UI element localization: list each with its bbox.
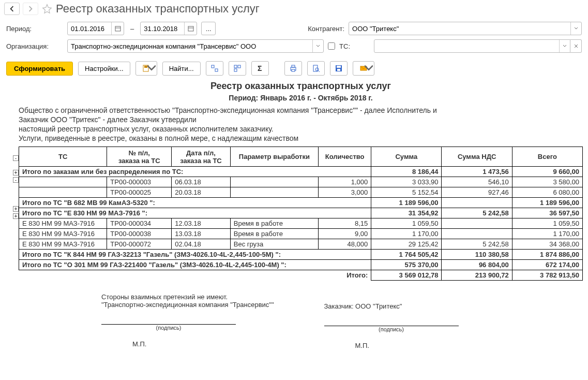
report-title: Реестр оказанных транспортных услуг [19, 81, 583, 92]
svg-rect-2 [188, 26, 193, 31]
kontragent-label: Контрагент: [308, 25, 344, 33]
th-ts: ТС [19, 147, 107, 167]
svg-rect-7 [215, 69, 218, 71]
print-button[interactable] [284, 61, 302, 76]
kontragent-select[interactable] [349, 22, 582, 35]
date-to[interactable] [140, 22, 197, 35]
org-input[interactable] [68, 42, 312, 50]
save-button[interactable] [330, 61, 348, 76]
table-row: ТР00-00000306.03.181,0003 033,90546,103 … [19, 177, 583, 187]
table-row: Итого по ТС "Е 830 НМ 99 МАЗ-7916 ":31 3… [19, 208, 583, 218]
table-row: Е 830 НМ 99 МАЗ-7916ТР00-00003813.03.18В… [19, 229, 583, 239]
ts-clear-button[interactable] [570, 39, 582, 53]
footer-customer: Заказчик: ООО "Тритекс" [324, 302, 583, 310]
report-para: Общество с ограниченной ответственностью… [19, 106, 583, 114]
svg-rect-13 [292, 65, 295, 67]
calendar-icon[interactable] [184, 22, 197, 35]
mp-label: М.П. [355, 342, 583, 349]
chevron-down-icon[interactable] [570, 22, 581, 35]
expand-groups-button[interactable] [206, 61, 223, 76]
dash: – [130, 25, 134, 33]
signature-line: (подпись) [324, 326, 459, 332]
kontragent-input[interactable] [349, 25, 570, 33]
tree-toggle[interactable]: + [13, 206, 19, 212]
ts-checkbox[interactable] [328, 42, 335, 50]
report-para: настоящий реестр транспортных услуг, ока… [19, 125, 583, 133]
svg-rect-19 [337, 66, 341, 68]
date-from-input[interactable] [68, 25, 111, 33]
report-para: Заказчик ООО "Тритекс" - далее Заказчик … [19, 115, 583, 124]
ts-label: ТС: [339, 42, 350, 50]
period-label: Период: [6, 25, 63, 33]
th-no: № п/л, заказа на ТС [107, 147, 172, 167]
page-title: Реестр оказанных транспортных услуг [56, 2, 260, 16]
tree-toggle[interactable]: - [13, 155, 19, 161]
tree-toggle[interactable]: - [13, 177, 19, 183]
svg-rect-6 [212, 65, 214, 68]
preview-button[interactable] [307, 61, 325, 76]
ts-select[interactable] [374, 39, 570, 53]
svg-rect-8 [234, 65, 237, 68]
grand-total-row: Итого:3 569 012,78213 900,723 782 913,50 [19, 270, 583, 281]
svg-line-17 [318, 70, 320, 72]
svg-rect-14 [292, 69, 295, 71]
collapse-groups-button[interactable] [229, 61, 246, 76]
svg-rect-20 [337, 69, 340, 71]
table-row: Итого по ТС "О 301 ММ 99 ГАЗ-221400 "Газ… [19, 260, 583, 270]
sum-button[interactable]: Σ [251, 61, 269, 76]
svg-text:Σ: Σ [258, 64, 262, 72]
report-subtitle: Период: Январь 2016 г. - Октябрь 2018 г. [19, 94, 583, 102]
table-row: ТР00-00002520.03.183,0005 152,54927,466 … [19, 187, 583, 198]
table-row: Е 830 НМ 99 МАЗ-7916ТР00-00003412.03.18В… [19, 218, 583, 229]
th-vat: Сумма НДС [442, 147, 512, 167]
svg-rect-10 [234, 69, 237, 71]
svg-rect-0 [115, 26, 120, 31]
ts-input[interactable] [374, 42, 559, 50]
svg-rect-9 [238, 65, 240, 68]
calendar-icon[interactable] [111, 22, 124, 35]
th-total: Всего [512, 147, 582, 167]
tree-toggle[interactable]: + [13, 213, 19, 219]
tree-toggle[interactable]: + [13, 170, 19, 176]
th-qty: Количество [319, 147, 371, 167]
save-settings-button[interactable] [135, 61, 157, 76]
table-row: Е 830 НМ 99 МАЗ-7916ТР00-00007202.04.18В… [19, 239, 583, 250]
settings-button[interactable]: Настройки... [78, 62, 130, 76]
chevron-down-icon[interactable] [559, 40, 570, 52]
table-row: Итого по заказам или без распределения п… [19, 167, 583, 177]
generate-button[interactable]: Сформировать [6, 62, 73, 76]
footer-line1: Стороны взаимных претензий не имеют. [101, 293, 278, 301]
table-row: Итого по ТС "В 682 МВ 99 КамАЗ-5320 ":1 … [19, 198, 583, 208]
favorite-icon[interactable] [41, 3, 53, 14]
date-to-input[interactable] [141, 25, 184, 33]
chevron-down-icon[interactable] [312, 40, 323, 52]
mp-label: М.П. [132, 340, 278, 348]
find-button[interactable]: Найти... [162, 62, 201, 76]
table-row: Итого по ТС "К 844 НМ 99 ГАЗ-32213 "Газе… [19, 250, 583, 260]
report-para: Услуги, приведенные в реестре, оказаны в… [19, 134, 583, 142]
th-sum: Сумма [371, 147, 442, 167]
signature-line: (подпись) [101, 324, 236, 331]
send-button[interactable] [353, 61, 374, 76]
org-label: Организация: [6, 42, 63, 50]
back-button[interactable] [4, 3, 20, 15]
forward-button[interactable] [23, 3, 38, 15]
org-select[interactable] [67, 39, 324, 53]
th-date: Дата п/л, заказа на ТС [172, 147, 231, 167]
footer-line2: "Транспортно-экспедиционная компания "Тр… [101, 301, 278, 309]
period-select-button[interactable]: ... [201, 22, 216, 35]
date-from[interactable] [67, 22, 124, 35]
svg-rect-15 [313, 65, 318, 71]
th-param: Параметр выработки [230, 147, 318, 167]
report-table: ТС № п/л, заказа на ТС Дата п/л, заказа … [19, 147, 583, 281]
